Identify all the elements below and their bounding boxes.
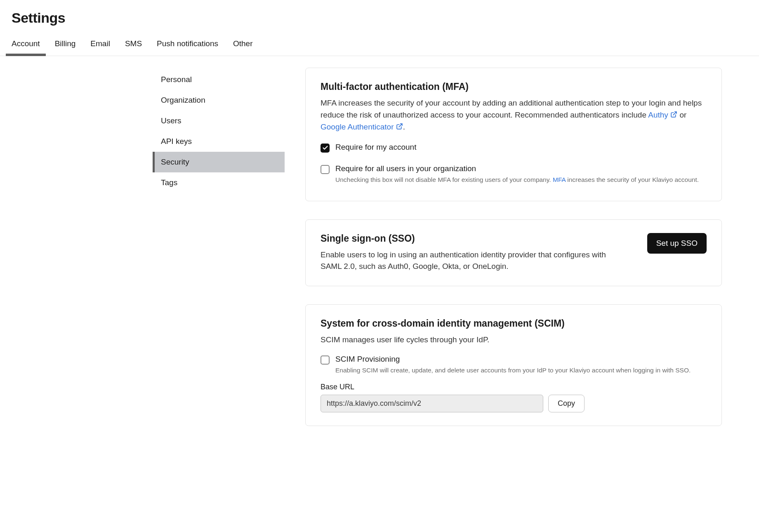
external-link-icon (396, 122, 403, 134)
mfa-desc-or: or (677, 111, 686, 119)
scim-description: SCIM manages user life cycles through yo… (321, 334, 707, 346)
require-my-account-checkbox[interactable] (321, 144, 330, 153)
tab-account[interactable]: Account (12, 33, 40, 56)
sidebar: Personal Organization Users API keys Sec… (153, 68, 285, 426)
tab-other[interactable]: Other (233, 33, 253, 56)
page-title: Settings (0, 0, 759, 33)
authy-link[interactable]: Authy (648, 111, 677, 119)
sso-description: Enable users to log in using an authenti… (321, 249, 618, 273)
sso-card: Single sign-on (SSO) Enable users to log… (305, 219, 722, 286)
scim-provisioning-label: SCIM Provisioning (335, 355, 691, 364)
sidebar-item-api-keys[interactable]: API keys (153, 131, 285, 152)
require-all-users-sublabel: Unchecking this box will not disable MFA… (335, 175, 699, 184)
sidebar-item-users[interactable]: Users (153, 111, 285, 131)
check-icon (322, 145, 328, 151)
sso-title: Single sign-on (SSO) (321, 233, 618, 244)
tab-push-notifications[interactable]: Push notifications (157, 33, 218, 56)
tab-email[interactable]: Email (90, 33, 110, 56)
set-up-sso-button[interactable]: Set up SSO (647, 233, 707, 254)
top-tabs: Account Billing Email SMS Push notificat… (0, 33, 759, 56)
mfa-desc-end: . (403, 122, 405, 131)
require-all-users-label: Require for all users in your organizati… (335, 164, 699, 173)
external-link-icon (670, 110, 677, 122)
scim-provisioning-sublabel: Enabling SCIM will create, update, and d… (335, 365, 691, 375)
svg-line-1 (399, 124, 402, 127)
base-url-input[interactable] (321, 395, 543, 412)
mfa-info-link[interactable]: MFA (553, 176, 566, 183)
scim-provisioning-checkbox[interactable] (321, 355, 330, 365)
mfa-title: Multi-factor authentication (MFA) (321, 81, 707, 92)
scim-title: System for cross-domain identity managem… (321, 318, 707, 329)
sidebar-item-security[interactable]: Security (153, 152, 285, 172)
tab-sms[interactable]: SMS (125, 33, 142, 56)
google-authenticator-link[interactable]: Google Authenticator (321, 122, 403, 131)
sidebar-item-personal[interactable]: Personal (153, 69, 285, 90)
sidebar-item-tags[interactable]: Tags (153, 172, 285, 193)
require-my-account-label: Require for my account (335, 143, 416, 152)
scim-card: System for cross-domain identity managem… (305, 304, 722, 426)
copy-button[interactable]: Copy (548, 395, 585, 412)
mfa-description: MFA increases the security of your accou… (321, 97, 707, 134)
sidebar-item-organization[interactable]: Organization (153, 90, 285, 111)
mfa-desc-text: MFA increases the security of your accou… (321, 99, 702, 119)
tab-billing[interactable]: Billing (55, 33, 76, 56)
require-all-users-checkbox[interactable] (321, 165, 330, 174)
mfa-card: Multi-factor authentication (MFA) MFA in… (305, 68, 722, 201)
base-url-label: Base URL (321, 383, 707, 391)
svg-line-0 (673, 112, 676, 115)
